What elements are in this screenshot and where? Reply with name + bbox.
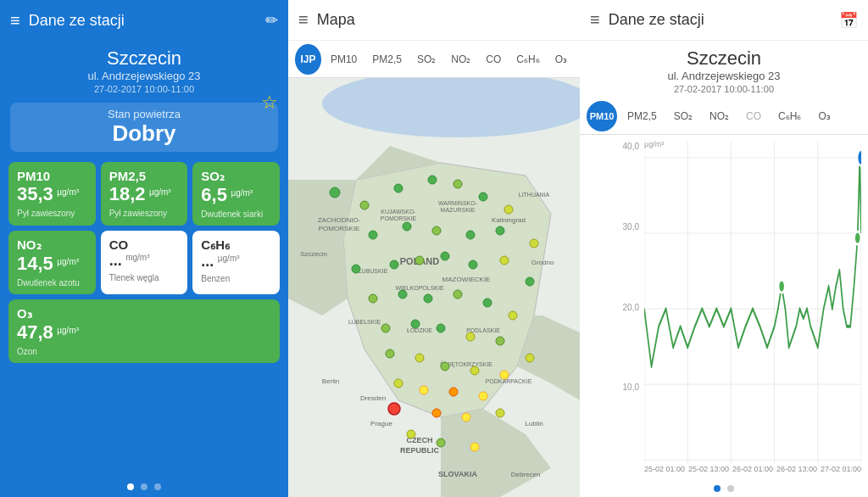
chart-tab-pm25[interactable]: PM2,5 — [620, 107, 664, 126]
svg-point-74 — [449, 388, 458, 396]
chart-svg — [644, 142, 861, 463]
station-address-right: ul. Andrzejewskiego 23 — [590, 70, 858, 82]
metric-so2[interactable]: SO₂ 6,5 µg/m³ Dwutlenek siarki — [192, 162, 280, 226]
metric-pm25[interactable]: PM2,5 18,2 µg/m³ Pył zawieszony — [101, 162, 188, 226]
dot-1[interactable] — [127, 483, 134, 490]
metric-o3-unit: µg/m³ — [57, 326, 79, 335]
metric-so2-desc: Dwutlenek siarki — [201, 209, 271, 219]
hamburger-icon-left[interactable]: ≡ — [10, 11, 20, 31]
favorite-icon-left[interactable]: ☆ — [261, 92, 278, 114]
chart-tab-pm10[interactable]: PM10 — [587, 101, 617, 131]
hamburger-icon-map[interactable]: ≡ — [298, 10, 309, 30]
metric-pm25-value: 18,2 — [109, 183, 146, 204]
chart-tab-so2[interactable]: SO₂ — [667, 107, 699, 126]
chart-tab-co[interactable]: CO — [739, 107, 768, 126]
svg-point-35 — [330, 187, 340, 198]
tab-o3-map[interactable]: O₃ — [549, 50, 573, 69]
chart-tabs: PM10 PM2,5 SO₂ NO₂ CO C₆H₆ O₃ — [580, 98, 868, 135]
metric-o3-name: O₃ — [17, 306, 271, 321]
metric-no2-unit: µg/m³ — [57, 257, 79, 266]
metric-no2-name: NO₂ — [17, 237, 87, 253]
station-info-left: Szczecin ul. Andrzejewskiego 23 27-02-20… — [0, 41, 288, 98]
metric-no2[interactable]: NO₂ 14,5 µg/m³ Dwutlenek azotu — [8, 231, 96, 294]
svg-point-65 — [496, 337, 504, 345]
dot-3[interactable] — [154, 483, 161, 490]
chart-dot-1[interactable] — [714, 485, 721, 492]
svg-point-69 — [470, 366, 479, 375]
svg-point-71 — [526, 354, 534, 362]
header-right: ≡ Dane ze stacji 📅 — [580, 0, 868, 41]
svg-point-37 — [394, 184, 403, 193]
metric-c6h6-unit: µg/m³ — [218, 254, 240, 263]
map-area[interactable]: POLAND ZACHODNIO- POMORSKIE KUJAWSKO- PO… — [288, 78, 580, 497]
svg-text:ŁÓDZKIE: ŁÓDZKIE — [407, 327, 432, 333]
svg-text:MAZOWIECKIE: MAZOWIECKIE — [442, 276, 491, 283]
chart-dot-2[interactable] — [727, 485, 734, 492]
metric-pm25-name: PM2,5 — [109, 169, 180, 183]
panel-map: ≡ Mapa IJP PM10 PM2,5 SO₂ NO₂ CO C₆H₆ O₃ — [288, 0, 580, 497]
metric-pm10-value: 35,3 — [17, 183, 53, 204]
calendar-icon-right[interactable]: 📅 — [839, 11, 858, 30]
air-quality-value: Dobry — [20, 120, 268, 147]
svg-point-51 — [441, 252, 449, 260]
metric-pm25-desc: Pył zawieszony — [109, 209, 180, 218]
svg-point-59 — [483, 299, 492, 307]
station-name-right: Szczecin — [590, 47, 858, 70]
metric-no2-value: 14,5 — [17, 253, 53, 274]
tab-no2-map[interactable]: NO₂ — [445, 50, 476, 69]
panel-station-right: ≡ Dane ze stacji 📅 Szczecin ul. Andrzeje… — [580, 0, 868, 497]
chart-tab-o3[interactable]: O₃ — [811, 107, 837, 126]
tab-pm10-map[interactable]: PM10 — [325, 50, 363, 69]
tab-c6h6-map[interactable]: C₆H₆ — [510, 50, 545, 69]
svg-point-36 — [360, 201, 369, 209]
svg-text:LUBELSKIE: LUBELSKIE — [348, 319, 381, 325]
header-title-right: Dane ze stacji — [609, 11, 839, 29]
dot-2[interactable] — [141, 483, 147, 490]
metric-co[interactable]: CO ... mg/m³ Tlenek węgla — [101, 231, 188, 294]
pagination-dots-left — [0, 477, 288, 497]
svg-text:Szczecin: Szczecin — [300, 250, 327, 258]
svg-point-42 — [369, 231, 377, 239]
station-date-right: 27-02-2017 10:00-11:00 — [590, 84, 858, 94]
chart-tab-c6h6[interactable]: C₆H₆ — [771, 107, 808, 126]
y-label-40: 40,0 — [614, 142, 639, 151]
edit-icon-left[interactable]: ✏ — [265, 11, 278, 30]
svg-text:Prague: Prague — [370, 420, 392, 427]
chart-unit-label: µg/m³ — [644, 140, 664, 148]
tab-so2-map[interactable]: SO₂ — [411, 50, 442, 69]
svg-text:Debrecen: Debrecen — [511, 471, 541, 478]
svg-text:PODKARPACKIE: PODKARPACKIE — [486, 378, 532, 384]
svg-point-64 — [466, 332, 475, 341]
station-date-left: 27-02-2017 10:00-11:00 — [10, 84, 278, 94]
svg-point-78 — [462, 413, 470, 422]
tab-pm25-map[interactable]: PM2,5 — [366, 50, 408, 69]
svg-point-72 — [394, 379, 403, 388]
tab-ijp[interactable]: IJP — [295, 44, 321, 75]
svg-point-38 — [428, 176, 437, 184]
svg-point-95 — [779, 280, 785, 293]
metric-c6h6[interactable]: C₆H₆ ... µg/m³ Benzen — [192, 231, 280, 294]
svg-point-79 — [496, 409, 504, 417]
x-label-2: 25-02 13:00 — [688, 465, 729, 473]
metric-pm10-name: PM10 — [17, 169, 87, 183]
y-label-10: 10,0 — [614, 383, 639, 392]
metric-pm10[interactable]: PM10 35,3 µg/m³ Pył zawieszony — [8, 162, 96, 226]
metric-c6h6-name: C₆H₆ — [201, 237, 271, 253]
metrics-o3-row: O₃ 47,8 µg/m³ Ozon — [0, 299, 288, 368]
svg-point-55 — [369, 294, 377, 303]
metric-co-unit: mg/m³ — [125, 253, 149, 262]
svg-text:ZACHODNIO-: ZACHODNIO- — [318, 216, 361, 224]
svg-text:LITHUANIA: LITHUANIA — [519, 192, 550, 198]
x-label-4: 26-02 13:00 — [776, 465, 817, 473]
metric-o3[interactable]: O₃ 47,8 µg/m³ Ozon — [8, 299, 280, 363]
svg-text:Kaliningrad: Kaliningrad — [492, 216, 526, 224]
svg-text:POMORSKIE: POMORSKIE — [381, 215, 417, 221]
tab-co-map[interactable]: CO — [480, 50, 507, 69]
station-info-right: Szczecin ul. Andrzejewskiego 23 27-02-20… — [580, 41, 868, 98]
chart-tab-no2[interactable]: NO₂ — [703, 107, 736, 126]
hamburger-icon-right[interactable]: ≡ — [590, 10, 600, 30]
svg-point-73 — [420, 386, 428, 394]
metric-co-name: CO — [109, 237, 180, 252]
svg-point-52 — [469, 260, 477, 269]
svg-point-61 — [381, 324, 390, 332]
